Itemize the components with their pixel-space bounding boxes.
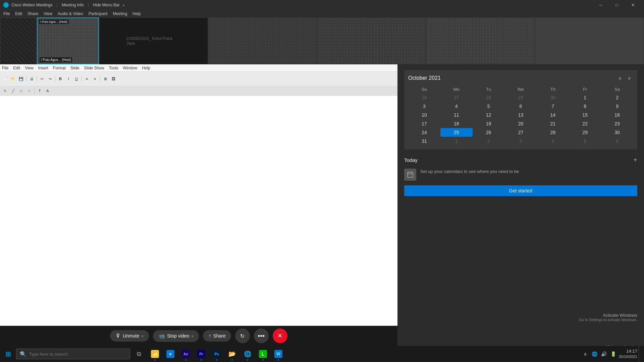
maximize-button[interactable]: □	[609, 0, 625, 10]
more-button[interactable]: •••	[254, 328, 269, 343]
calendar-day[interactable]: 3	[408, 102, 440, 111]
calendar-day[interactable]: 20	[505, 119, 537, 128]
show-desktop-button[interactable]	[639, 346, 641, 362]
calendar-day[interactable]: 2	[473, 137, 505, 145]
impress-menu-view[interactable]: View	[25, 66, 34, 70]
calendar-day[interactable]: 9	[601, 102, 633, 111]
toolbar-align-center[interactable]: ≡	[91, 75, 99, 82]
toolbar-align-left[interactable]: ≡	[83, 75, 91, 82]
tray-battery-icon[interactable]: 🔋	[609, 350, 618, 358]
refresh-button[interactable]: ↻	[235, 328, 250, 343]
toolbar-select[interactable]: ↖	[1, 87, 9, 95]
toolbar-rect[interactable]: □	[17, 87, 25, 95]
calendar-day[interactable]: 18	[440, 119, 473, 128]
minimize-button[interactable]: ─	[593, 0, 608, 10]
calendar-day[interactable]: 15	[569, 111, 601, 119]
calendar-day[interactable]: 19	[473, 119, 505, 128]
calendar-day[interactable]: 22	[569, 119, 601, 128]
menu-meeting[interactable]: Meeting	[113, 11, 127, 16]
participant-video-5[interactable]	[317, 17, 426, 64]
participant-video-7[interactable]	[535, 17, 644, 64]
taskbar-app-ae[interactable]: Ae	[178, 346, 193, 362]
taskbar-clock[interactable]: 14:17 25/10/2021	[619, 348, 637, 360]
calendar-day[interactable]: 17	[408, 119, 440, 128]
impress-menu-slideshow[interactable]: Slide Show	[84, 66, 104, 70]
toolbar-redo[interactable]: ↪	[46, 75, 54, 82]
taskbar-app-files[interactable]: 📂	[225, 346, 239, 362]
toolbar-italic[interactable]: I	[65, 75, 72, 82]
calendar-day[interactable]: 28	[537, 128, 569, 137]
impress-menu-tools[interactable]: Tools	[109, 66, 118, 70]
taskbar-search-bar[interactable]: 🔍	[16, 349, 130, 359]
impress-menu-format[interactable]: Format	[53, 66, 66, 70]
impress-menu-help[interactable]: Help	[142, 66, 150, 70]
menu-audio-video[interactable]: Audio & Video	[58, 11, 83, 16]
taskbar-app-line[interactable]: L	[256, 346, 270, 362]
impress-menu-insert[interactable]: Insert	[38, 66, 48, 70]
title-bar-meeting-info[interactable]: Meeting Info	[62, 3, 84, 7]
toolbar-undo[interactable]: ↩	[38, 75, 46, 82]
calendar-day[interactable]: 5	[569, 137, 601, 145]
calendar-day[interactable]: 14	[537, 111, 569, 119]
calendar-day[interactable]: 16	[601, 111, 633, 119]
taskbar-app-edge[interactable]: e	[163, 346, 178, 362]
taskbar-app-chrome[interactable]: 🌐	[240, 346, 255, 362]
toolbar-print[interactable]: 🖨	[28, 75, 35, 82]
calendar-day[interactable]: 12	[473, 111, 505, 119]
menu-file[interactable]: File	[3, 11, 10, 16]
participant-video-2[interactable]: I Putu Agus... (Host) I Putu Agus... (Ho…	[37, 17, 99, 64]
participant-video-6[interactable]	[426, 17, 535, 64]
taskbar-task-view[interactable]: ⧉	[131, 346, 146, 362]
calendar-day[interactable]: 4	[440, 102, 473, 111]
add-event-button[interactable]: +	[633, 156, 637, 164]
calendar-day[interactable]: 2	[601, 93, 633, 102]
calendar-day[interactable]: 6	[505, 102, 537, 111]
unmute-button[interactable]: 🎙 Unmute ∨	[110, 330, 149, 342]
impress-menu-window[interactable]: Window	[123, 66, 138, 70]
calendar-day[interactable]: 30	[537, 93, 569, 102]
calendar-day[interactable]: 4	[537, 137, 569, 145]
toolbar-bold[interactable]: B	[57, 75, 64, 82]
tray-network-icon[interactable]: 🌐	[591, 350, 599, 358]
calendar-day[interactable]: 11	[440, 111, 473, 119]
share-button[interactable]: ↑ Share	[203, 330, 231, 342]
calendar-day[interactable]: 31	[408, 137, 440, 145]
calendar-day[interactable]: 3	[505, 137, 537, 145]
toolbar-line[interactable]: ╱	[9, 87, 17, 95]
calendar-day[interactable]: 25	[440, 128, 473, 137]
calendar-day[interactable]: 29	[505, 93, 537, 102]
title-bar-hide-menu[interactable]: Hide Menu Bar	[93, 3, 120, 7]
get-started-button[interactable]: Get started	[404, 185, 637, 196]
toolbar-ellipse[interactable]: ○	[25, 87, 33, 95]
participant-video-4[interactable]	[208, 17, 317, 64]
close-button[interactable]: ✕	[625, 0, 641, 10]
calendar-day[interactable]: 6	[601, 137, 633, 145]
calendar-day[interactable]: 27	[505, 128, 537, 137]
calendar-prev-button[interactable]: ∧	[616, 74, 624, 82]
taskbar-app-ps[interactable]: Ps	[209, 346, 224, 362]
calendar-day[interactable]: 1	[569, 93, 601, 102]
calendar-day[interactable]: 23	[601, 119, 633, 128]
calendar-day[interactable]: 27	[440, 93, 473, 102]
toolbar-new[interactable]: 📄	[1, 75, 9, 82]
calendar-next-button[interactable]: ∨	[625, 74, 633, 82]
menu-help[interactable]: Help	[132, 11, 141, 16]
calendar-day[interactable]: 13	[505, 111, 537, 119]
impress-menu-slide[interactable]: Slide	[70, 66, 79, 70]
calendar-day[interactable]: 8	[569, 102, 601, 111]
calendar-day[interactable]: 30	[601, 128, 633, 137]
toolbar-insert-table[interactable]: ⊞	[102, 75, 109, 82]
menu-view[interactable]: View	[44, 11, 52, 16]
calendar-day[interactable]: 5	[473, 102, 505, 111]
taskbar-app-pr[interactable]: Pr	[194, 346, 209, 362]
taskbar-app-webex[interactable]: W	[271, 346, 286, 362]
toolbar-fontwork[interactable]: A	[44, 87, 51, 95]
start-button[interactable]: ⊞	[0, 346, 16, 362]
calendar-day[interactable]: 10	[408, 111, 440, 119]
calendar-day[interactable]: 21	[537, 119, 569, 128]
impress-menu-edit[interactable]: Edit	[13, 66, 20, 70]
stop-video-button[interactable]: 📹 Stop video ∨	[153, 330, 199, 342]
search-input[interactable]	[29, 352, 126, 357]
toolbar-underline[interactable]: U	[73, 75, 80, 82]
toolbar-insert-image[interactable]: 🖼	[110, 75, 117, 82]
